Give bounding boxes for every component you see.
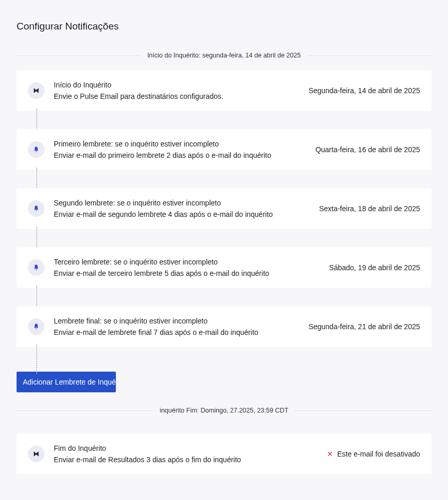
card-desc: Envie o Pulse Email para destinatários c…	[54, 92, 299, 100]
divider-line	[295, 410, 431, 411]
bell-icon	[28, 141, 44, 158]
connector	[36, 288, 431, 306]
card-body: Segundo lembrete: se o inquérito estiver…	[54, 199, 310, 218]
status-text: Este e-mail foi desativado	[337, 450, 420, 458]
reminder-1-card[interactable]: Primeiro lembrete: se o inquérito estive…	[17, 129, 431, 170]
survey-end-divider-text: inquérito Fim: Domingo, 27.2025, 23:59 C…	[153, 407, 296, 414]
card-title: Lembrete final: se o inquérito estiver i…	[54, 317, 299, 325]
survey-end-card[interactable]: Fim do Inquérito Enviar e-mail de Result…	[17, 434, 431, 474]
card-title: Fim do Inquérito	[54, 444, 318, 452]
card-desc: Enviar e-mail de lembrete final 7 dias a…	[54, 328, 299, 336]
timeline: Início do Inquérito Envie o Pulse Email …	[17, 70, 431, 392]
card-body: Início do Inquérito Envie o Pulse Email …	[54, 81, 299, 100]
card-desc: Enviar e-mail do primeiro lembrete 2 dia…	[54, 151, 306, 159]
add-reminder-button[interactable]: Adicionar Lembrete de Inquérito	[17, 372, 116, 392]
bell-icon	[28, 200, 44, 217]
bell-icon	[28, 318, 44, 335]
survey-start-card[interactable]: Início do Inquérito Envie o Pulse Email …	[17, 70, 431, 111]
card-title: Terceiro lembrete: se o inquérito estive…	[54, 258, 320, 266]
bell-icon	[28, 259, 44, 276]
survey-end-divider: inquérito Fim: Domingo, 27.2025, 23:59 C…	[17, 407, 431, 414]
survey-start-divider: Início do Inquérito: segunda-feira, 14 d…	[17, 52, 431, 59]
connector	[36, 111, 431, 129]
reminder-4-card[interactable]: Lembrete final: se o inquérito estiver i…	[17, 306, 431, 347]
survey-start-divider-text: Início do Inquérito: segunda-feira, 14 d…	[140, 52, 308, 59]
card-title: Segundo lembrete: se o inquérito estiver…	[54, 199, 310, 207]
card-body: Primeiro lembrete: se o inquérito estive…	[54, 140, 306, 159]
card-title: Início do Inquérito	[54, 81, 299, 89]
close-icon: ✕	[327, 450, 333, 458]
divider-line	[308, 55, 431, 56]
survey-start-icon	[28, 82, 44, 99]
card-date: Quarta-feira, 16 de abril de 2025	[316, 145, 420, 154]
card-desc: Enviar e-mail de Resultados 3 dias após …	[54, 455, 318, 464]
card-desc: Enviar e-mail de segundo lembrete 4 dias…	[54, 210, 310, 218]
divider-line	[17, 410, 153, 411]
survey-end-icon	[28, 446, 44, 462]
card-date: Sexta-feira, 18 de abril de 2025	[319, 204, 420, 213]
page-title: Configurar Notificações	[17, 21, 431, 32]
card-date: Segunda-feira, 14 de abril de 2025	[308, 86, 420, 95]
connector	[36, 170, 431, 188]
connector	[36, 347, 431, 372]
card-date: Sábado, 19 de abril de 2025	[329, 263, 420, 272]
card-date: Segunda-feira, 21 de abril de 2025	[308, 322, 420, 331]
card-body: Lembrete final: se o inquérito estiver i…	[54, 317, 299, 336]
card-status: ✕ Este e-mail foi desativado	[327, 450, 420, 458]
card-title: Primeiro lembrete: se o inquérito estive…	[54, 140, 306, 148]
reminder-2-card[interactable]: Segundo lembrete: se o inquérito estiver…	[17, 188, 431, 229]
divider-line	[17, 55, 140, 56]
connector	[36, 229, 431, 247]
reminder-3-card[interactable]: Terceiro lembrete: se o inquérito estive…	[17, 247, 431, 288]
card-body: Terceiro lembrete: se o inquérito estive…	[54, 258, 320, 277]
card-desc: Enviar e-mail de terceiro lembrete 5 dia…	[54, 269, 320, 277]
card-body: Fim do Inquérito Enviar e-mail de Result…	[54, 444, 318, 464]
